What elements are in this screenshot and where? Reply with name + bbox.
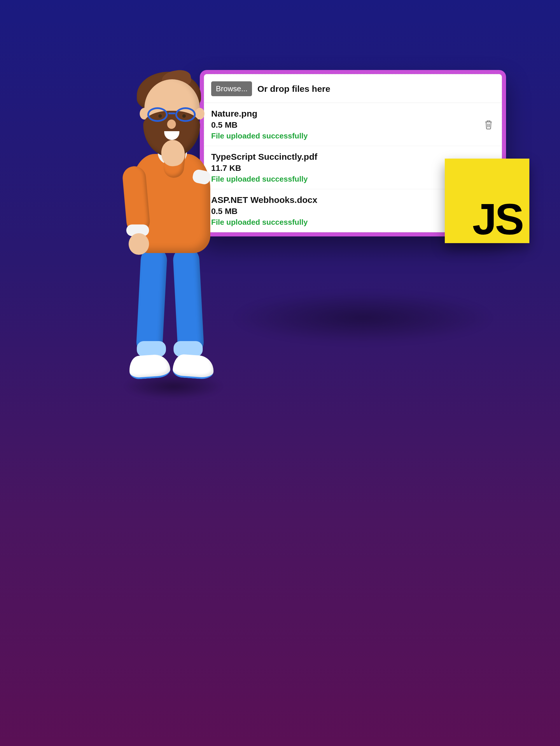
file-info: TypeScript Succinctly.pdf 11.7 KB File u… <box>211 152 482 184</box>
file-size: 11.7 KB <box>211 164 482 173</box>
drop-files-label: Or drop files here <box>257 84 330 94</box>
browse-button[interactable]: Browse... <box>211 81 252 96</box>
panel-shadow <box>232 291 494 344</box>
js-badge-label: JS <box>473 200 522 239</box>
upload-panel-header: Browse... Or drop files here <box>204 74 502 103</box>
character-illustration <box>127 76 217 388</box>
file-name: Nature.png <box>211 109 482 119</box>
file-name: ASP.NET Webhooks.docx <box>211 195 482 205</box>
file-status: File uploaded successfully <box>211 218 482 227</box>
file-size: 0.5 MB <box>211 120 482 130</box>
file-status: File uploaded successfully <box>211 175 482 184</box>
file-size: 0.5 MB <box>211 207 482 216</box>
file-item: Nature.png 0.5 MB File uploaded successf… <box>204 103 502 146</box>
delete-file-button[interactable] <box>482 118 495 132</box>
file-info: ASP.NET Webhooks.docx 0.5 MB File upload… <box>211 195 482 227</box>
file-info: Nature.png 0.5 MB File uploaded successf… <box>211 109 482 141</box>
file-name: TypeScript Succinctly.pdf <box>211 152 482 162</box>
hero-stage: Browse... Or drop files here Nature.png … <box>127 70 433 286</box>
js-badge: JS <box>445 159 529 243</box>
file-status: File uploaded successfully <box>211 132 482 141</box>
trash-icon <box>484 120 493 130</box>
